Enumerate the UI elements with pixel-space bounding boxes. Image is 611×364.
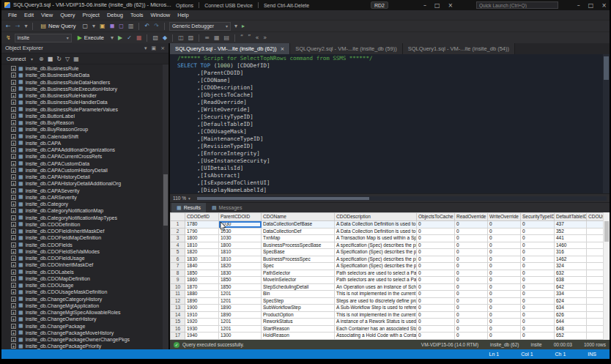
tree-item-table[interactable]: +▦insite_db.CDOFieldUsage (1, 255, 169, 261)
column-header[interactable]: DefaultTableID (555, 213, 587, 221)
grid-cell[interactable]: 0 (521, 297, 555, 305)
menu-project[interactable]: Project (79, 10, 103, 20)
tree-item-table[interactable]: +▦insite_db.CAPAHistoryDetail (1, 174, 169, 180)
grid-cell[interactable]: MoveInSelector (262, 277, 335, 284)
grid-cell[interactable]: 1910 (185, 311, 219, 319)
grid-cell[interactable]: Steps are used to discretely define proc… (335, 297, 417, 305)
grid-cell[interactable]: 1201 (219, 291, 262, 298)
restore-icon[interactable]: □ (588, 2, 594, 9)
tree-item-table[interactable]: +▦insite_db.CAPACustomHistoryDetail (1, 167, 169, 174)
object-explorer-header[interactable]: Object Explorer ▾▣× (1, 43, 169, 53)
tree-item-table[interactable]: +▦insite_db.CAPACurrentCrossRefs (1, 153, 169, 160)
grid-cell[interactable]: 0 (455, 319, 488, 326)
grid-cell[interactable]: 1462 (555, 256, 587, 263)
tree-item-table[interactable]: +▦insite_db.BusinessRuleHandlerData (1, 99, 169, 105)
column-header[interactable]: ReadOverride (455, 213, 488, 221)
grid-cell[interactable]: 0 (521, 228, 555, 235)
grid-cell[interactable]: 0 (417, 325, 455, 333)
expand-icon[interactable]: + (11, 316, 16, 322)
tree-item-table[interactable]: +▦insite_db.ChangePackage (1, 323, 169, 330)
grid-cell[interactable]: 0 (417, 283, 455, 291)
uncomment-icon[interactable]: ” (247, 34, 251, 42)
scrollbar-thumb[interactable] (604, 56, 609, 80)
expand-icon[interactable]: + (11, 154, 16, 159)
expand-icon[interactable]: + (11, 188, 16, 193)
tree-item-table[interactable]: +▦insite_db.BusinessRuleParameterValues (1, 106, 169, 113)
expand-icon[interactable]: + (11, 270, 16, 275)
grid-cell[interactable]: 0 (417, 291, 455, 298)
grid-cell[interactable]: 0 (488, 228, 521, 235)
expand-icon[interactable]: + (11, 86, 16, 92)
grid-cell[interactable]: 1890 (219, 305, 262, 312)
column-header[interactable]: SecurityTypeID (521, 213, 555, 221)
grid-cell[interactable]: 441 (555, 235, 587, 242)
tree-item-table[interactable]: +▦insite_db.CAPAAdditionalOrganizations (1, 146, 169, 153)
print-icon[interactable]: ▥ (127, 22, 135, 31)
grid-cell[interactable]: 0 (417, 270, 455, 277)
grid-cell[interactable]: DataCollectionDef (262, 228, 335, 235)
grid-cell[interactable]: 0 (521, 333, 555, 340)
minimize-icon[interactable]: – (577, 2, 580, 9)
grid-cell[interactable]: 0 (521, 256, 555, 263)
expand-icon[interactable]: + (11, 297, 16, 302)
grid-cell[interactable]: 1850 (219, 283, 262, 291)
grid-cell[interactable]: 1880 (185, 291, 219, 298)
tree-item-table[interactable]: +▦insite_db.CDOInheritMaskDef (1, 261, 169, 268)
grid-cell[interactable]: 0 (417, 305, 455, 312)
grid-cell[interactable]: 1201 (219, 297, 262, 305)
grid-cell[interactable]: Bin (262, 291, 335, 298)
grid-cell[interactable]: ReworkStatus (262, 319, 335, 326)
grid-cell[interactable]: 0 (455, 242, 488, 249)
row-header[interactable]: 8 (171, 270, 185, 277)
grid-cell[interactable]: A Data Collection Definition is used to … (335, 221, 417, 229)
document-tab[interactable]: SQLQuery2.sql - VM-...ite (insite_db (59… (290, 43, 402, 54)
grid-cell[interactable]: 1820 (185, 249, 219, 256)
tree-item-table[interactable]: +▦insite_db.ChangeMgtSpecAllowableRoles (1, 309, 169, 316)
row-header[interactable]: 17 (171, 333, 185, 340)
grid-cell[interactable]: BusinessProcessSpec (262, 256, 335, 263)
grid-cell[interactable]: 0 (417, 249, 455, 256)
grid-cell[interactable]: An Operation uses an instance of Schedul… (335, 283, 417, 291)
grid-cell[interactable]: 0 (488, 291, 521, 298)
grid-cell[interactable]: 0 (455, 263, 488, 270)
grid-cell[interactable]: 1850 (219, 277, 262, 284)
grid-cell[interactable]: 1800 (219, 242, 262, 249)
row-header[interactable]: 6 (171, 256, 185, 263)
expand-icon[interactable]: + (11, 100, 16, 105)
grid-cell[interactable]: SubWorkflowStep (262, 305, 335, 312)
expand-icon[interactable]: + (11, 324, 16, 329)
attach-process-icon[interactable]: ▸ (241, 22, 245, 31)
grid-cell[interactable]: 1810 (219, 249, 262, 256)
debug-icon[interactable]: ▶ (117, 34, 123, 42)
tree-item-table[interactable]: +▦insite_db.CategoryNotificationMap (1, 207, 169, 214)
grid-cell[interactable]: 0 (488, 283, 521, 291)
grid-cell[interactable]: 0 (455, 305, 488, 312)
document-tab[interactable]: SQLQuery3.sql - VM-...ite (insite_db (62… (170, 43, 290, 54)
expand-icon[interactable]: + (11, 66, 16, 71)
tree-item-table[interactable]: +▦insite_db.BusinessRule (1, 65, 169, 72)
grid-cell[interactable]: 632 (555, 270, 587, 277)
tree-item-table[interactable]: +▦insite_db.CAPACustomData (1, 160, 169, 167)
tree-item-table[interactable]: +▦insite_db.ChangeOwnerHistory (1, 316, 169, 322)
expand-icon[interactable]: + (11, 201, 16, 207)
grid-cell[interactable]: 0 (455, 277, 488, 284)
column-header[interactable]: ObjectsToCache (417, 213, 455, 221)
save-icon[interactable]: ◼ (109, 22, 116, 31)
expand-icon[interactable]: + (11, 120, 16, 125)
column-header[interactable]: ParentCDOID (219, 213, 262, 221)
grid-cell[interactable]: 0 (488, 311, 521, 319)
tree-item-table[interactable]: +▦insite_db.ChangeMgtApplication (1, 302, 169, 309)
grid-cell[interactable]: HoldReason (262, 333, 335, 340)
grid-cell[interactable]: 0 (417, 297, 455, 305)
close-icon[interactable]: × (448, 2, 453, 9)
grid-cell[interactable]: 638 (555, 277, 587, 284)
tree-vertical-scrollbar[interactable] (163, 64, 169, 349)
expand-icon[interactable]: + (11, 256, 16, 261)
menu-edit[interactable]: Edit (21, 10, 37, 20)
grid-cell[interactable]: 0 (521, 235, 555, 242)
expand-icon[interactable]: + (11, 242, 16, 248)
results-text-icon[interactable]: ≡ (204, 34, 210, 42)
expand-icon[interactable]: + (11, 235, 16, 240)
tree-item-table[interactable]: +▦insite_db.BusinessRuleDataHandlers (1, 79, 169, 86)
save-all-icon[interactable]: ◻ (118, 22, 125, 31)
